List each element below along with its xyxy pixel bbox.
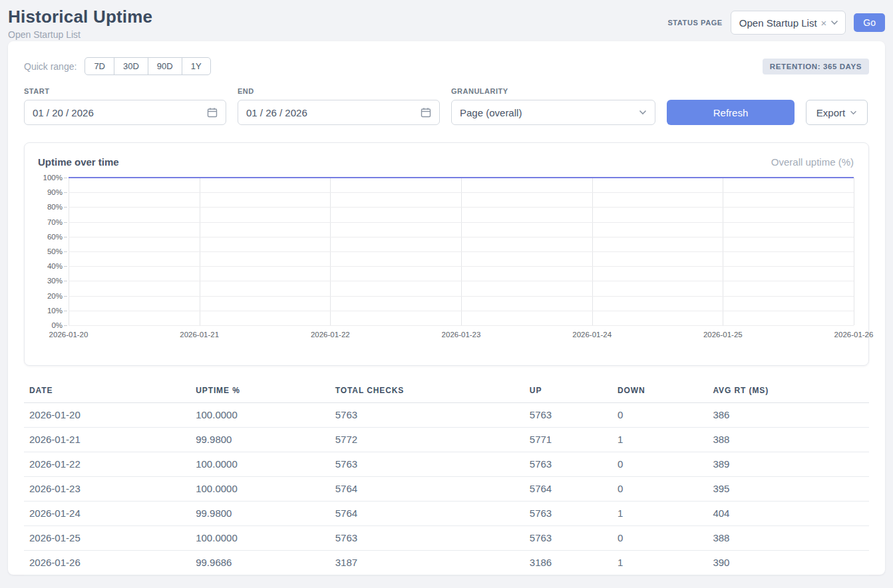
chart-x-axis: 2026-01-202026-01-212026-01-222026-01-23… [69, 325, 854, 340]
calendar-icon[interactable] [207, 107, 218, 118]
table-cell: 5763 [330, 403, 524, 428]
y-tick-label: 100% [43, 174, 63, 182]
x-tick-label: 2026-01-24 [572, 331, 612, 339]
table-cell: 100.0000 [190, 526, 330, 551]
table-row: 2026-01-23100.0000576457640395 [24, 477, 869, 502]
uptime-chart-card: Uptime over time Overall uptime (%) 100%… [24, 142, 869, 366]
column-header: TOTAL CHECKS [330, 379, 524, 403]
table-cell: 1 [612, 502, 708, 526]
chevron-down-icon [639, 110, 647, 115]
chart-plot-area [69, 178, 854, 325]
uptime-table: DATEUPTIME %TOTAL CHECKSUPDOWNAVG RT (MS… [24, 379, 869, 575]
column-header: DATE [24, 379, 190, 403]
status-page-label: STATUS PAGE [667, 19, 722, 27]
chart-body: 100%90%80%70%60%50%40%30%20%10%0% [38, 178, 854, 325]
table-row: 2026-01-20100.0000576357630386 [24, 403, 869, 428]
granularity-select[interactable]: Page (overall) [451, 100, 655, 125]
table-cell: 5764 [524, 477, 612, 502]
refresh-button[interactable]: Refresh [667, 100, 795, 125]
chart-title: Uptime over time [38, 156, 119, 168]
granularity-selected-value: Page (overall) [460, 107, 522, 118]
table-cell: 2026-01-24 [24, 502, 190, 526]
x-tick-label: 2026-01-20 [49, 331, 89, 339]
export-button-label: Export [816, 107, 845, 118]
page-subtitle: Open Startup List [8, 29, 152, 40]
y-tick-label: 50% [47, 247, 63, 255]
table-cell: 2026-01-23 [24, 477, 190, 502]
status-page-select[interactable]: Open Startup List × [731, 11, 846, 35]
column-header: UPTIME % [190, 379, 330, 403]
column-header: AVG RT (MS) [707, 379, 869, 403]
quick-range-1y-button[interactable]: 1Y [182, 57, 211, 75]
x-tick-label: 2026-01-25 [703, 331, 743, 339]
page-header: Historical Uptime Open Startup List STAT… [0, 0, 893, 41]
quick-range-7d-button[interactable]: 7D [85, 57, 114, 75]
calendar-icon[interactable] [421, 107, 431, 118]
end-date-input[interactable]: 01 / 26 / 2026 [238, 100, 440, 125]
chart-legend: Overall uptime (%) [771, 156, 854, 168]
y-tick-label: 90% [47, 188, 63, 196]
table-cell: 1 [612, 428, 708, 452]
table-cell: 99.9800 [190, 502, 330, 526]
table-cell: 2026-01-25 [24, 526, 190, 551]
y-tick-label: 60% [47, 233, 63, 241]
x-tick-label: 2026-01-22 [311, 331, 350, 339]
table-cell: 3186 [524, 551, 612, 575]
table-cell: 1 [612, 551, 708, 575]
start-date-input[interactable]: 01 / 20 / 2026 [24, 100, 226, 125]
y-tick-label: 30% [47, 277, 63, 285]
table-cell: 2026-01-20 [24, 403, 190, 428]
quick-range-30d-button[interactable]: 30D [114, 57, 148, 75]
export-button[interactable]: Export [806, 100, 868, 125]
table-cell: 2026-01-26 [24, 551, 190, 575]
main-panel: Quick range: 7D30D90D1Y RETENTION: 365 D… [8, 41, 885, 575]
x-tick-label: 2026-01-23 [442, 331, 481, 339]
table-cell: 0 [612, 403, 708, 428]
vertical-gridline [854, 178, 854, 325]
table-cell: 5763 [330, 526, 524, 551]
table-cell: 0 [612, 477, 708, 502]
y-tick-label: 20% [47, 292, 63, 300]
table-cell: 395 [707, 477, 869, 502]
uptime-line-series [69, 178, 854, 325]
column-header: DOWN [612, 379, 708, 403]
table-cell: 99.9800 [190, 428, 330, 452]
table-cell: 3187 [330, 551, 524, 575]
y-tick-label: 70% [47, 218, 63, 226]
table-cell: 2026-01-22 [24, 452, 190, 477]
table-cell: 390 [707, 551, 869, 575]
quick-range-label: Quick range: [24, 61, 77, 72]
quick-range-group: 7D30D90D1Y [85, 57, 210, 75]
filters-row: START 01 / 20 / 2026 END 01 / 26 / 2026 … [24, 87, 869, 125]
table-cell: 0 [612, 526, 708, 551]
table-row: 2026-01-2499.9800576457631404 [24, 502, 869, 526]
table-row: 2026-01-2199.9800577257711388 [24, 428, 869, 452]
table-cell: 100.0000 [190, 452, 330, 477]
table-cell: 5763 [524, 526, 612, 551]
y-tick-label: 0% [51, 321, 63, 329]
table-cell: 5772 [330, 428, 524, 452]
end-date-value: 01 / 26 / 2026 [246, 107, 307, 118]
table-row: 2026-01-2699.9686318731861390 [24, 551, 869, 575]
clear-selection-icon[interactable]: × [821, 17, 827, 29]
table-cell: 100.0000 [190, 403, 330, 428]
table-header-row: DATEUPTIME %TOTAL CHECKSUPDOWNAVG RT (MS… [24, 379, 869, 403]
title-block: Historical Uptime Open Startup List [8, 7, 152, 40]
table-cell: 99.9686 [190, 551, 330, 575]
table-cell: 5764 [330, 477, 524, 502]
table-cell: 5763 [524, 502, 612, 526]
chevron-down-icon [830, 20, 838, 25]
granularity-label: GRANULARITY [451, 87, 655, 95]
chart-y-axis: 100%90%80%70%60%50%40%30%20%10%0% [38, 178, 69, 325]
table-cell: 389 [707, 452, 869, 477]
y-tick-label: 40% [47, 262, 63, 270]
y-tick-label: 80% [47, 203, 63, 211]
quick-range-90d-button[interactable]: 90D [148, 57, 182, 75]
go-button[interactable]: Go [854, 13, 885, 32]
table-cell: 2026-01-21 [24, 428, 190, 452]
table-cell: 5763 [524, 452, 612, 477]
x-tick-label: 2026-01-26 [834, 331, 874, 339]
retention-badge: RETENTION: 365 DAYS [763, 59, 869, 74]
table-row: 2026-01-22100.0000576357630389 [24, 452, 869, 477]
table-cell: 5763 [330, 452, 524, 477]
